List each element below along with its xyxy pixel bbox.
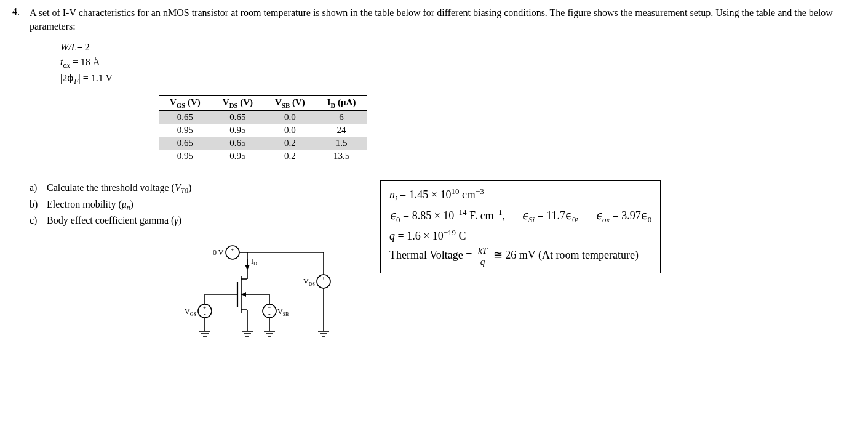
- subq-a: a) Calculate the threshold voltage (VT0): [30, 180, 374, 196]
- label-vsb: VSB: [277, 307, 289, 317]
- table-cell: 0.95: [159, 150, 212, 163]
- iv-data-table: VGS (V) VDS (V) VSB (V) ID (μA) 0.650.65…: [159, 95, 367, 163]
- const-ni: ni = 1.45 × 1010 cm−3: [389, 185, 651, 206]
- param-w-over-l: W/L= 2: [60, 40, 856, 55]
- table-cell: 0.65: [159, 111, 212, 124]
- const-eps: ϵ0 = 8.85 × 10−14 F. cm−1, ϵSi = 11.7ϵ0,…: [389, 206, 651, 227]
- table-header-row: VGS (V) VDS (V) VSB (V) ID (μA): [159, 96, 367, 111]
- table-row: 0.650.650.21.5: [159, 137, 367, 150]
- col-header-vsb: VSB (V): [264, 96, 316, 111]
- col-header-id: ID (μA): [316, 96, 367, 111]
- parameter-block: W/L= 2 tox = 18 Å |2ϕF| = 1.1 V: [60, 40, 856, 87]
- param-2phif: |2ϕF| = 1.1 V: [60, 71, 856, 87]
- question-body: A set of I-V characteristics for an nMOS…: [30, 6, 856, 365]
- label-vds: VDS: [303, 277, 315, 287]
- col-header-vgs: VGS (V): [159, 96, 212, 111]
- table-cell: 0.65: [159, 137, 212, 150]
- table-cell: 1.5: [316, 137, 367, 150]
- table-row: 0.950.950.213.5: [159, 150, 367, 163]
- table-row: 0.650.650.06: [159, 111, 367, 124]
- intro-text: A set of I-V characteristics for an nMOS…: [30, 6, 856, 34]
- svg-text:-: -: [268, 310, 271, 317]
- question-number: 4.: [12, 6, 30, 17]
- param-tox: tox = 18 Å: [60, 55, 856, 71]
- sub-questions: a) Calculate the threshold voltage (VT0)…: [30, 180, 374, 365]
- table-cell: 0.65: [212, 111, 264, 124]
- svg-text:-: -: [231, 251, 233, 259]
- problem-4: 4. A set of I-V characteristics for an n…: [12, 6, 856, 365]
- svg-marker-6: [245, 265, 250, 270]
- label-id: ID: [251, 257, 257, 267]
- table-cell: 24: [316, 124, 367, 137]
- table-cell: 0.0: [264, 111, 316, 124]
- table-cell: 13.5: [316, 150, 367, 163]
- table-cell: 6: [316, 111, 367, 124]
- const-thermal: Thermal Voltage = kTq ≅ 26 mV (At room t…: [389, 246, 651, 267]
- circuit-schematic: + -: [165, 239, 374, 365]
- svg-marker-14: [241, 292, 246, 297]
- table-cell: 0.95: [212, 150, 264, 163]
- table-cell: 0.95: [159, 124, 212, 137]
- label-0v: 0 V: [213, 248, 224, 257]
- subq-c: c) Body effect coefficient gamma (γ): [30, 213, 374, 228]
- table-cell: 0.0: [264, 124, 316, 137]
- table-cell: 0.95: [212, 124, 264, 137]
- svg-text:-: -: [204, 310, 206, 317]
- table-cell: 0.2: [264, 150, 316, 163]
- table-row: 0.950.950.024: [159, 124, 367, 137]
- svg-text:-: -: [322, 280, 325, 288]
- label-vgs: VGS: [185, 307, 196, 317]
- constants-box: ni = 1.45 × 1010 cm−3 ϵ0 = 8.85 × 10−14 …: [380, 180, 661, 273]
- col-header-vds: VDS (V): [212, 96, 264, 111]
- subq-b: b) Electron mobility (μn): [30, 197, 374, 213]
- table-cell: 0.65: [212, 137, 264, 150]
- const-q: qq = 1.6 × 10 = 1.6 × 10−19 C: [389, 226, 651, 246]
- table-cell: 0.2: [264, 137, 316, 150]
